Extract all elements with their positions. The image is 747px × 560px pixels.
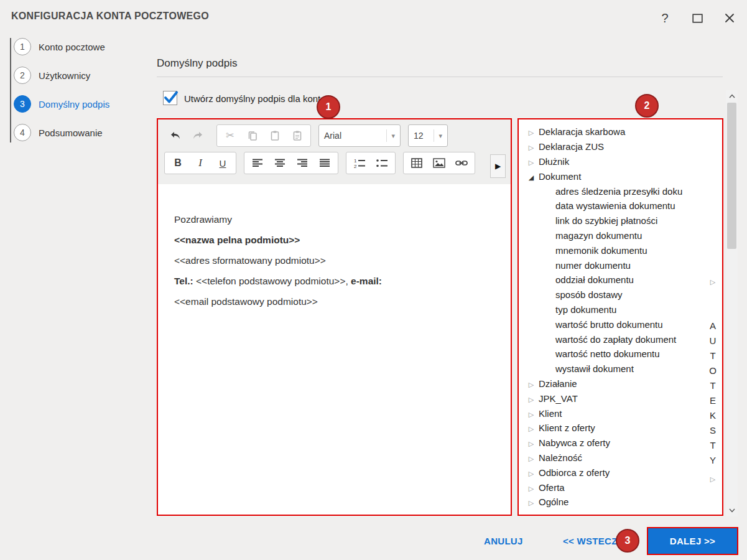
page-title: Domyślny podpis xyxy=(157,57,237,70)
next-button[interactable]: DALEJ >> xyxy=(647,527,738,555)
svg-text:2: 2 xyxy=(354,164,357,169)
tree-item-label: link do szybkiej płatności xyxy=(555,215,657,226)
list-group: 12 xyxy=(346,152,396,174)
back-button[interactable]: << WSTECZ xyxy=(563,536,618,546)
tree-item[interactable]: Klient z oferty xyxy=(519,421,703,436)
checkmark-icon xyxy=(163,90,180,106)
align-left-icon[interactable] xyxy=(246,153,269,173)
align-center-icon[interactable] xyxy=(269,153,291,173)
wizard-step[interactable]: 1 Konto pocztowe xyxy=(14,37,109,57)
tree-item[interactable]: wartość netto dokumentu xyxy=(519,347,703,362)
scroll-down-icon[interactable] xyxy=(726,505,738,516)
wizard-step[interactable]: 4 Podsumowanie xyxy=(14,123,109,142)
cut-icon[interactable]: ✂ xyxy=(219,126,241,146)
heading-divider xyxy=(157,77,723,77)
tree-expander-icon[interactable] xyxy=(526,156,536,167)
tree-item-label: oddział dokumentu xyxy=(555,274,634,285)
copy-icon[interactable] xyxy=(241,126,264,146)
vertical-scrollbar[interactable] xyxy=(726,90,738,516)
create-signature-checkbox[interactable] xyxy=(163,91,177,105)
close-icon[interactable] xyxy=(718,7,741,29)
italic-button[interactable]: I xyxy=(189,153,211,173)
paste-special-icon[interactable] xyxy=(286,126,309,146)
wizard-step[interactable]: 3 Domyślny podpis xyxy=(14,94,109,114)
font-family-select[interactable]: Arial ▾ xyxy=(318,124,401,147)
scroll-up-icon[interactable] xyxy=(726,90,738,102)
autotext-side-tab[interactable]: ▷ AUTOTEKSTY ▷ xyxy=(703,119,722,515)
tree-item[interactable]: JPK_VAT xyxy=(519,391,703,406)
tree-item[interactable]: Deklaracja ZUS xyxy=(519,139,703,154)
expand-right-icon[interactable]: ▷ xyxy=(703,475,722,483)
create-signature-checkbox-label[interactable]: Utwórz domyślny podpis dla konta xyxy=(184,93,326,104)
tree-item[interactable]: link do szybkiej płatności xyxy=(519,213,703,228)
tree-expander-icon[interactable] xyxy=(526,408,536,419)
wizard-rail xyxy=(10,38,11,142)
tree-item[interactable]: sposób dostawy xyxy=(519,287,703,302)
tree-item-label: data wystawienia dokumentu xyxy=(555,200,675,211)
cancel-button[interactable]: ANULUJ xyxy=(484,536,523,546)
step-label: Domyślny podpis xyxy=(39,99,109,110)
tree-expander-icon[interactable] xyxy=(526,482,536,493)
tree-item-label: wartość do zapłaty dokument xyxy=(555,334,676,345)
underline-button[interactable]: U xyxy=(211,153,234,173)
help-button[interactable]: ? xyxy=(653,7,677,29)
tree-item[interactable]: typ dokumentu xyxy=(519,302,703,317)
tree-item[interactable]: wartość do zapłaty dokument xyxy=(519,332,703,347)
tree-item[interactable]: Działanie xyxy=(519,376,703,391)
redo-icon[interactable] xyxy=(187,126,209,146)
scrollbar-thumb[interactable] xyxy=(727,103,736,249)
tree-item[interactable]: wartość brutto dokumentu xyxy=(519,317,703,332)
tree-item[interactable]: wystawił dokument xyxy=(519,362,703,376)
tree-item-label: Ogólne xyxy=(539,497,568,507)
tree-item-label: Należność xyxy=(539,452,582,463)
tree-item[interactable]: numer dokumentu xyxy=(519,258,703,273)
tree-expander-icon[interactable] xyxy=(526,378,536,389)
maximize-icon[interactable] xyxy=(685,7,709,29)
tree-item[interactable]: adres śledzenia przesyłki doku xyxy=(519,184,703,198)
insert-table-icon[interactable] xyxy=(406,153,428,173)
tree-item[interactable]: Ogólne xyxy=(519,495,703,510)
tree-item[interactable]: mnemonik dokumentu xyxy=(519,243,703,258)
tree-item-label: sposób dostawy xyxy=(555,289,623,300)
tree-expander-icon[interactable] xyxy=(526,497,536,507)
undo-icon[interactable] xyxy=(164,126,187,146)
tree-expander-icon[interactable] xyxy=(526,141,536,152)
align-right-icon[interactable] xyxy=(291,153,313,173)
tree-expander-icon[interactable] xyxy=(526,126,536,137)
insert-link-icon[interactable] xyxy=(450,153,473,173)
toolbar-overflow-button[interactable]: ▶ xyxy=(490,154,506,178)
tree-item[interactable]: Dłużnik xyxy=(519,154,703,169)
tree-item[interactable]: magazyn dokumentu xyxy=(519,228,703,243)
tree-item[interactable]: data wystawienia dokumentu xyxy=(519,198,703,213)
paste-icon[interactable] xyxy=(264,126,286,146)
font-size-value: 12 xyxy=(414,131,424,141)
tree-item-label: Odbiorca z oferty xyxy=(539,467,610,478)
tree-item[interactable]: Odbiorca z oferty xyxy=(519,465,703,480)
tree-expander-icon[interactable] xyxy=(526,452,536,463)
bold-button[interactable]: B xyxy=(167,153,189,173)
tree-item[interactable]: Nabywca z oferty xyxy=(519,436,703,450)
insert-image-icon[interactable] xyxy=(428,153,450,173)
tree-item[interactable]: Należność xyxy=(519,450,703,465)
tree-item[interactable]: Deklaracja skarbowa xyxy=(519,124,703,139)
font-size-select[interactable]: 12 ▾ xyxy=(408,124,448,147)
tree-item[interactable]: Klient xyxy=(519,406,703,421)
tree-item-label: Działanie xyxy=(539,378,577,389)
align-justify-icon[interactable] xyxy=(313,153,336,173)
tree-expander-icon[interactable] xyxy=(526,171,536,182)
tree-expander-icon[interactable] xyxy=(526,467,536,478)
tree-item[interactable]: Oferta xyxy=(519,480,703,495)
tree-item[interactable]: Dokument xyxy=(519,169,703,184)
expand-right-icon[interactable]: ▷ xyxy=(703,278,722,286)
numbered-list-icon[interactable]: 12 xyxy=(348,153,371,173)
text-style-group: B I U xyxy=(164,152,236,174)
wizard-step[interactable]: 2 Użytkownicy xyxy=(14,65,109,85)
clipboard-group: ✂ xyxy=(216,124,311,147)
tree-item[interactable]: oddział dokumentu xyxy=(519,273,703,287)
tree-item-label: Klient xyxy=(539,408,562,419)
bullet-list-icon[interactable] xyxy=(371,153,393,173)
tree-expander-icon[interactable] xyxy=(526,422,536,433)
tree-expander-icon[interactable] xyxy=(526,437,536,448)
signature-content[interactable]: Pozdrawiamy<<nazwa pelna podmiotu>><<adr… xyxy=(158,184,511,515)
tree-expander-icon[interactable] xyxy=(526,393,536,404)
